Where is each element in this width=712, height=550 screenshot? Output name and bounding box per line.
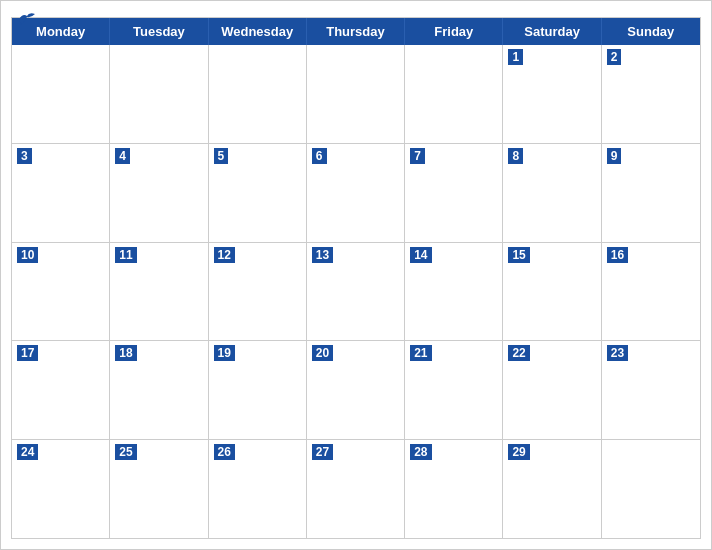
day-header-wednesday: Wednesday <box>209 18 307 45</box>
day-cell <box>110 45 208 143</box>
week-row-4: 242526272829 <box>12 439 700 538</box>
day-number: 17 <box>17 345 38 361</box>
day-cell <box>12 45 110 143</box>
day-number: 16 <box>607 247 628 263</box>
day-cell: 22 <box>503 341 601 439</box>
day-cell: 10 <box>12 243 110 341</box>
day-cell: 16 <box>602 243 700 341</box>
week-row-1: 3456789 <box>12 143 700 242</box>
day-cell: 25 <box>110 440 208 538</box>
day-number: 21 <box>410 345 431 361</box>
day-cell: 11 <box>110 243 208 341</box>
day-number: 28 <box>410 444 431 460</box>
day-cell: 13 <box>307 243 405 341</box>
day-number: 20 <box>312 345 333 361</box>
day-number: 19 <box>214 345 235 361</box>
day-number: 25 <box>115 444 136 460</box>
day-headers-row: MondayTuesdayWednesdayThursdayFridaySatu… <box>12 18 700 45</box>
header <box>1 1 711 17</box>
day-cell: 4 <box>110 144 208 242</box>
day-cell: 8 <box>503 144 601 242</box>
day-cell: 19 <box>209 341 307 439</box>
day-cell: 18 <box>110 341 208 439</box>
day-number: 6 <box>312 148 327 164</box>
day-number: 27 <box>312 444 333 460</box>
day-number: 11 <box>115 247 136 263</box>
day-cell: 24 <box>12 440 110 538</box>
logo-blue-text <box>17 11 39 27</box>
day-cell: 9 <box>602 144 700 242</box>
day-cell: 15 <box>503 243 601 341</box>
day-number: 14 <box>410 247 431 263</box>
day-number: 7 <box>410 148 425 164</box>
day-cell: 12 <box>209 243 307 341</box>
day-number: 10 <box>17 247 38 263</box>
day-cell: 3 <box>12 144 110 242</box>
day-header-sunday: Sunday <box>602 18 700 45</box>
day-header-saturday: Saturday <box>503 18 601 45</box>
day-cell: 5 <box>209 144 307 242</box>
day-cell <box>307 45 405 143</box>
day-cell: 26 <box>209 440 307 538</box>
day-cell: 2 <box>602 45 700 143</box>
day-number: 8 <box>508 148 523 164</box>
week-row-3: 17181920212223 <box>12 340 700 439</box>
day-number: 2 <box>607 49 622 65</box>
day-header-tuesday: Tuesday <box>110 18 208 45</box>
calendar-page: MondayTuesdayWednesdayThursdayFridaySatu… <box>0 0 712 550</box>
day-cell: 6 <box>307 144 405 242</box>
week-row-2: 10111213141516 <box>12 242 700 341</box>
day-cell: 21 <box>405 341 503 439</box>
day-number: 3 <box>17 148 32 164</box>
weeks-container: 1234567891011121314151617181920212223242… <box>12 45 700 538</box>
day-cell: 7 <box>405 144 503 242</box>
day-cell: 23 <box>602 341 700 439</box>
day-number: 15 <box>508 247 529 263</box>
calendar-grid: MondayTuesdayWednesdayThursdayFridaySatu… <box>11 17 701 539</box>
day-cell: 29 <box>503 440 601 538</box>
day-number: 22 <box>508 345 529 361</box>
day-number: 13 <box>312 247 333 263</box>
day-cell <box>209 45 307 143</box>
day-number: 1 <box>508 49 523 65</box>
day-number: 24 <box>17 444 38 460</box>
logo-bird-icon <box>17 11 37 27</box>
day-cell: 28 <box>405 440 503 538</box>
day-number: 4 <box>115 148 130 164</box>
day-cell <box>405 45 503 143</box>
day-cell: 20 <box>307 341 405 439</box>
day-number: 29 <box>508 444 529 460</box>
day-number: 18 <box>115 345 136 361</box>
day-number: 26 <box>214 444 235 460</box>
logo <box>17 11 39 27</box>
day-number: 9 <box>607 148 622 164</box>
week-row-0: 12 <box>12 45 700 143</box>
day-number: 23 <box>607 345 628 361</box>
day-header-thursday: Thursday <box>307 18 405 45</box>
day-number: 12 <box>214 247 235 263</box>
day-cell: 14 <box>405 243 503 341</box>
day-cell: 1 <box>503 45 601 143</box>
day-cell: 27 <box>307 440 405 538</box>
day-cell: 17 <box>12 341 110 439</box>
day-number: 5 <box>214 148 229 164</box>
day-cell <box>602 440 700 538</box>
day-header-friday: Friday <box>405 18 503 45</box>
